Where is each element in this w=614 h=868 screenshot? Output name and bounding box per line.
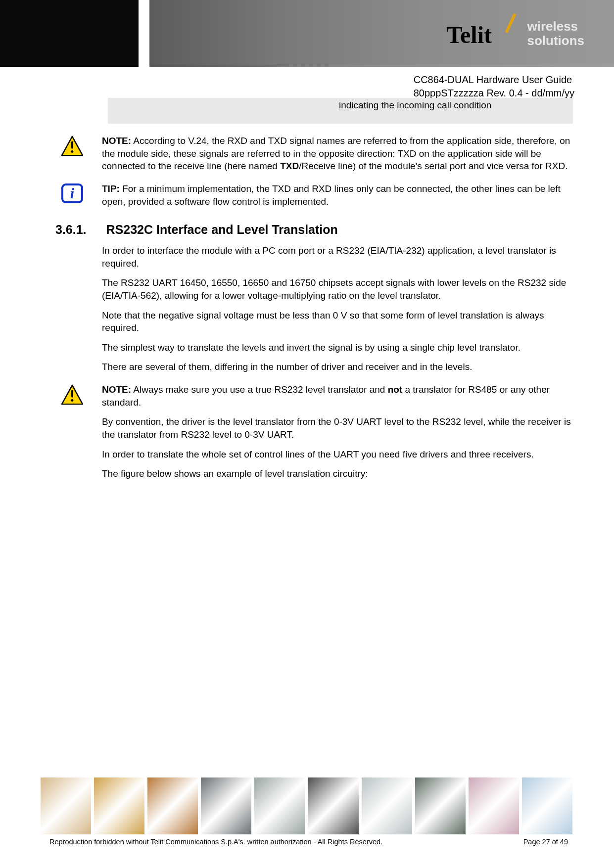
logo-accent — [505, 13, 517, 33]
brand-tagline: wireless solutions — [527, 19, 584, 47]
paragraph: The simplest way to translate the levels… — [102, 341, 574, 354]
svg-rect-4 — [71, 390, 73, 398]
note-label: NOTE: — [102, 136, 131, 146]
svg-rect-1 — [71, 141, 73, 148]
table-cell — [266, 98, 335, 124]
svg-point-2 — [71, 150, 74, 153]
paragraph: The figure below shows an example of lev… — [102, 467, 574, 480]
banner-tile — [94, 777, 144, 834]
section-number: 3.6.1. — [55, 222, 87, 238]
note-block: NOTE: Always make sure you use a true RS… — [55, 383, 574, 487]
header-band: Telit wireless solutions — [0, 0, 614, 67]
warning-icon — [61, 384, 84, 409]
tagline-line1: wireless — [527, 19, 584, 34]
svg-point-5 — [71, 399, 74, 402]
banner-tile — [469, 777, 519, 834]
paragraph: In order to interface the module with a … — [102, 244, 574, 270]
note-text: NOTE: Always make sure you use a true RS… — [102, 383, 574, 409]
banner-tile — [41, 777, 91, 834]
footer: Reproduction forbidden without Telit Com… — [49, 837, 568, 847]
table-cell — [108, 98, 143, 124]
note-label: NOTE: — [102, 384, 131, 395]
header-dark-block — [0, 0, 139, 67]
tagline-line2: solutions — [527, 34, 584, 48]
warning-icon — [61, 136, 84, 160]
paragraph: There are several of them, differing in … — [102, 361, 574, 373]
paragraph: By convention, the driver is the level t… — [102, 415, 574, 441]
paragraph: The RS232 UART 16450, 16550, 16650 and 1… — [102, 276, 574, 302]
banner-tile — [254, 777, 305, 834]
info-icon: i — [61, 183, 83, 203]
banner-tile — [362, 777, 412, 834]
tip-text: TIP: For a minimum implementation, the T… — [102, 183, 574, 208]
table-cell — [143, 98, 199, 124]
note-text: NOTE: According to V.24, the RXD and TXD… — [102, 135, 574, 173]
table-cell-text: indicating the incoming call condition — [335, 98, 573, 124]
telit-logo: Telit — [446, 14, 518, 53]
paragraph: In order to translate the whole set of c… — [102, 448, 574, 461]
banner-tile — [201, 777, 251, 834]
tip-label: TIP: — [102, 183, 120, 194]
header-grey-block: Telit wireless solutions — [149, 0, 614, 67]
paragraph: Note that the negative signal voltage mu… — [102, 309, 574, 334]
table-cell — [199, 98, 266, 124]
table-row-fragment: indicating the incoming call condition — [108, 98, 573, 124]
main-content: NOTE: According to V.24, the RXD and TXD… — [55, 135, 574, 490]
banner-tile — [308, 777, 358, 834]
note-block: NOTE: According to V.24, the RXD and TXD… — [55, 135, 574, 180]
header-gap — [139, 0, 149, 67]
banner-tile — [147, 777, 198, 834]
copyright-text: Reproduction forbidden without Telit Com… — [49, 837, 382, 847]
section-title: RS232C Interface and Level Translation — [106, 222, 338, 238]
tip-block: i TIP: For a minimum implementation, the… — [55, 183, 574, 215]
doc-title: CC864-DUAL Hardware User Guide — [414, 73, 574, 87]
brand-name: Telit — [446, 19, 492, 51]
page-number: Page 27 of 49 — [523, 837, 568, 847]
footer-image-banner — [41, 777, 572, 834]
banner-tile — [522, 777, 572, 834]
section-heading: 3.6.1. RS232C Interface and Level Transl… — [55, 222, 574, 238]
doc-title-block: CC864-DUAL Hardware User Guide 80pppSTzz… — [414, 73, 574, 100]
banner-tile — [415, 777, 466, 834]
